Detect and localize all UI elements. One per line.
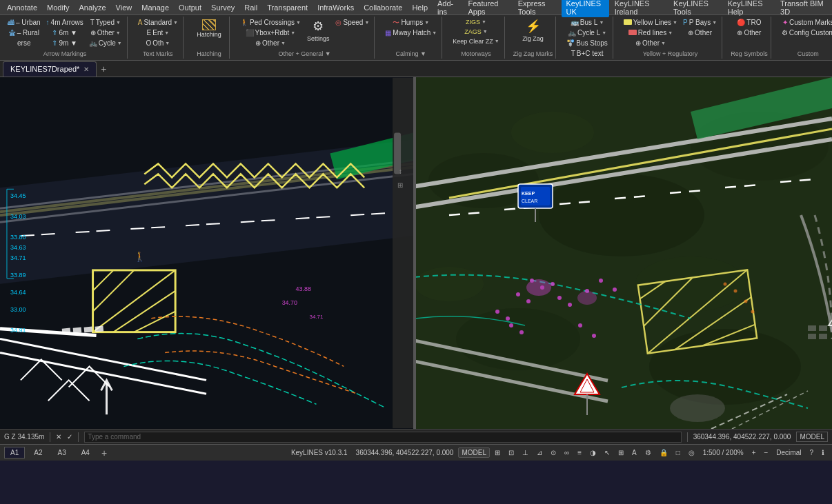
btn-other2[interactable]: ⊕ Other	[681, 28, 719, 38]
cad-view-right[interactable]: KEEP CLEAR	[415, 77, 832, 429]
btn-erse[interactable]: erse	[6, 39, 43, 48]
btn-other-reg[interactable]: ⊕ Other	[735, 28, 763, 38]
bottom-tab-a3[interactable]: A3	[51, 447, 72, 458]
btn-tro[interactable]: 🔴 TRO	[735, 18, 763, 28]
tab-add-button[interactable]: +	[98, 63, 109, 74]
btn-custom-marks[interactable]: ✦ Custom Marks	[780, 18, 832, 28]
btn-bc-text[interactable]: T B+C text	[564, 49, 610, 59]
hardware-icon[interactable]: □	[673, 447, 684, 458]
btn-zigs[interactable]: ZIGS	[450, 18, 501, 27]
cancel-icon[interactable]: ✕	[56, 433, 61, 441]
model-label[interactable]: MODEL	[796, 432, 828, 442]
btn-ent[interactable]: E Ent	[136, 28, 180, 38]
menu-express[interactable]: Express Tools	[514, 0, 561, 17]
btn-settings[interactable]: ⚙ Settings	[304, 18, 333, 43]
btn-zigzag-main[interactable]: ⚡ Zig Zag	[516, 18, 551, 43]
menu-keylines-uk[interactable]: KeyLINES UK	[562, 0, 608, 17]
add-layout-tab[interactable]: +	[99, 447, 110, 458]
btn-typed[interactable]: T Typed	[87, 18, 124, 28]
menu-keylines-tools[interactable]: KeyLINES Tools	[669, 0, 722, 17]
btn-p-bays[interactable]: P P Bays	[681, 18, 719, 28]
btn-keep-clear[interactable]: Keep Clear ZZ	[450, 37, 501, 46]
osnap-icon[interactable]: ⊙	[547, 447, 559, 458]
bottom-tab-a4[interactable]: A4	[75, 447, 96, 458]
cad-view-left[interactable]: 34.45 34.03 33.80 34.63 34.71 33.89 34.6…	[0, 77, 415, 429]
lineweight-icon[interactable]: ≡	[574, 447, 585, 458]
menu-collaborate[interactable]: Collaborate	[359, 2, 406, 13]
menu-keylines-ireland[interactable]: KeyLINES Ireland	[611, 0, 668, 17]
coords-display[interactable]: 360344.396, 404522.227, 0.000	[353, 447, 457, 458]
view-divider[interactable]	[413, 77, 416, 429]
menu-output[interactable]: Output	[175, 2, 206, 13]
menu-modify[interactable]: Modify	[43, 2, 73, 13]
btn-ped-crossings[interactable]: 🚶 Ped Crossings	[238, 18, 303, 28]
btn-oth[interactable]: O Oth	[136, 39, 180, 48]
model-space-btn[interactable]: MODEL	[458, 447, 490, 458]
workspace-icon[interactable]: ⚙	[642, 447, 655, 458]
btn-red-lines[interactable]: Red lines	[622, 28, 680, 38]
btn-yellow-lines[interactable]: Yellow Lines	[622, 18, 680, 28]
info-icon[interactable]: ℹ	[818, 447, 828, 458]
btn-mway-hatch[interactable]: ▦ Mway Hatch	[383, 28, 439, 38]
units-btn[interactable]: Decimal	[773, 447, 804, 458]
btn-cycle[interactable]: 🚲 Cycle	[87, 39, 124, 48]
menu-rail[interactable]: Rail	[240, 2, 261, 13]
layout-icon[interactable]: ⊞	[615, 447, 627, 458]
snap-icon[interactable]: ⊡	[505, 447, 517, 458]
menu-view[interactable]: View	[112, 2, 137, 13]
bottom-tab-a1[interactable]: A1	[4, 447, 25, 458]
group-arrow-content: 🏙 – Urban 🛣 – Rural erse ↑ 4m Arrows	[6, 18, 124, 49]
otrack-icon[interactable]: ∞	[561, 447, 573, 458]
motor-col: ZIGS ZAGS Keep Clear ZZ	[450, 18, 501, 46]
menu-addins[interactable]: Add-ins	[433, 0, 462, 17]
annotation-icon[interactable]: A	[628, 447, 640, 458]
menu-help[interactable]: Help	[408, 2, 432, 13]
btn-9m[interactable]: ⇑ 9m ▼	[44, 39, 86, 48]
btn-other-yr[interactable]: ⊕ Other	[622, 39, 680, 48]
p-bays-icon: P	[683, 19, 688, 27]
menu-transparent[interactable]: Transparent	[263, 2, 312, 13]
doc-tab-active[interactable]: KEYLINES7Draped* ✕	[3, 61, 97, 77]
menu-survey[interactable]: Survey	[207, 2, 239, 13]
btn-cycle-l[interactable]: 🚲 Cycle L	[564, 28, 610, 38]
lock-icon[interactable]: 🔒	[656, 447, 671, 458]
isolate-icon[interactable]: ◎	[685, 447, 698, 458]
help2-icon[interactable]: ?	[806, 447, 817, 458]
grid-icon[interactable]: ⊞	[491, 447, 504, 458]
btn-other-og[interactable]: ⊕ Other	[238, 39, 303, 48]
btn-6m[interactable]: ⇑ 6m ▼	[44, 28, 86, 38]
btn-bus-l[interactable]: 🚌 Bus L	[564, 18, 610, 28]
menu-bar[interactable]: Annotate Modify Analyze View Manage Outp…	[0, 0, 832, 15]
check-icon[interactable]: ✓	[67, 433, 72, 441]
menu-transoft[interactable]: Transoft BIM 3D	[776, 0, 829, 17]
btn-zags[interactable]: ZAGS	[450, 28, 501, 37]
menu-infraworks[interactable]: InfraWorks	[313, 2, 358, 13]
transparency-icon[interactable]: ◑	[586, 447, 600, 458]
plus-icon[interactable]: +	[749, 447, 760, 458]
menu-annotate[interactable]: Annotate	[3, 2, 41, 13]
menu-manage[interactable]: Manage	[137, 2, 173, 13]
polar-icon[interactable]: ⊿	[533, 447, 546, 458]
btn-other-arrows[interactable]: ⊕ Other	[87, 28, 124, 38]
command-input[interactable]	[84, 432, 681, 443]
btn-ybox-rdbt[interactable]: ⬛ Ybox+Rdbt	[238, 28, 303, 38]
menu-analyze[interactable]: Analyze	[75, 2, 110, 13]
select-icon[interactable]: ↖	[601, 447, 613, 458]
btn-rural[interactable]: 🛣 – Rural	[6, 28, 43, 38]
btn-4m-arrows[interactable]: ↑ 4m Arrows	[44, 18, 86, 28]
btn-bus-stops[interactable]: 🚏 Bus Stops	[564, 39, 610, 48]
btn-hatching[interactable]: Hatching	[192, 18, 226, 40]
menu-keylines-help[interactable]: KeyLINES Help	[724, 0, 775, 17]
bottom-tab-a2[interactable]: A2	[28, 447, 48, 458]
scale-btn[interactable]: 1:500 / 200%	[700, 447, 747, 458]
doc-tab-close[interactable]: ✕	[83, 65, 89, 73]
minus-icon[interactable]: −	[760, 447, 771, 458]
btn-urban[interactable]: 🏙 – Urban	[6, 18, 43, 28]
btn-humps[interactable]: 〜 Humps	[383, 18, 439, 28]
ortho-icon[interactable]: ⊥	[519, 447, 532, 458]
btn-config-custom[interactable]: ⚙ Config Custom	[780, 28, 832, 38]
menu-featured[interactable]: Featured Apps	[464, 0, 512, 17]
btn-standard[interactable]: A Standard	[136, 18, 180, 28]
group-hatching-content: Hatching	[192, 18, 226, 49]
btn-speed[interactable]: ◎ Speed	[333, 18, 371, 28]
